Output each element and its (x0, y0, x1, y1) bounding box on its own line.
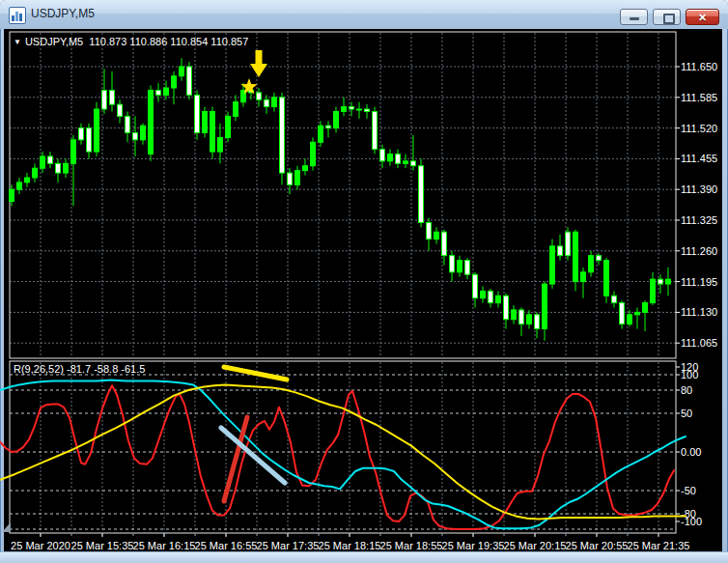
ohlc-readout: ▼USDJPY,M5 110.873 110.886 110.854 110.8… (14, 36, 248, 47)
indicator-values: -81.7 -58.8 -61.5 (67, 363, 145, 375)
maximize-icon (663, 14, 675, 24)
minimize-button[interactable] (620, 9, 648, 25)
ohlc-text: USDJPY,M5 110.873 110.886 110.854 110.85… (25, 36, 248, 47)
window-title: USDJPY,M5 (31, 0, 95, 29)
chart-app-icon (9, 7, 26, 24)
maximize-button[interactable] (653, 9, 681, 25)
close-button[interactable]: ✕ (686, 9, 719, 25)
minimize-icon (630, 17, 639, 20)
indicator-label: R(9,26,52) (14, 363, 64, 375)
chart-client-area[interactable] (4, 29, 722, 552)
indicator-readout: R(9,26,52) -81.7 -58.8 -61.5 (14, 363, 145, 375)
metatrader-chart-window: USDJPY,M5 ✕ 111.650111.585111.520111.455… (0, 0, 728, 563)
close-icon: ✕ (686, 10, 718, 24)
title-bar[interactable]: USDJPY,M5 ✕ (0, 0, 728, 29)
window-bottom-border (0, 551, 728, 563)
symbol-dropdown-icon[interactable]: ▼ (14, 38, 21, 46)
